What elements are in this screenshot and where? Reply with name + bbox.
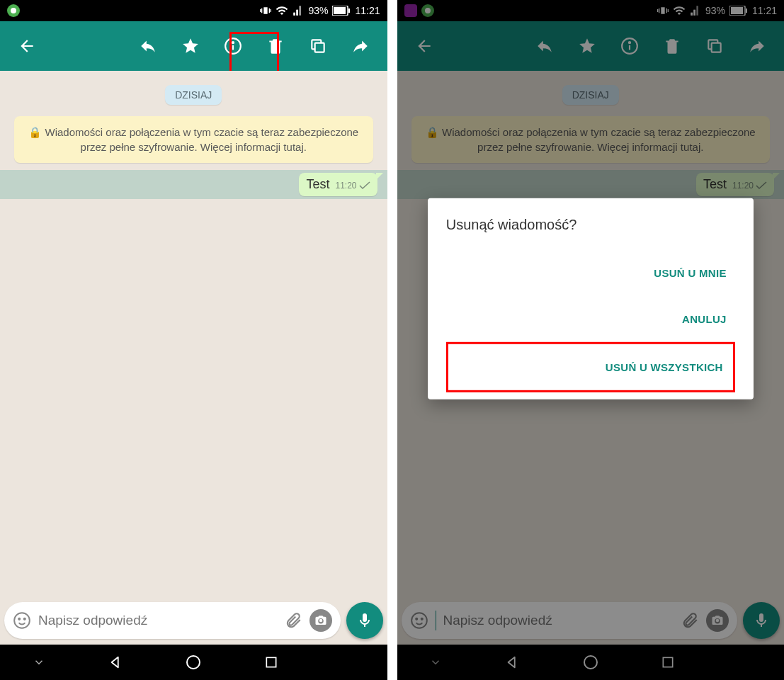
phone-right: 93% 11:21 DZISIAJ 🔒 Wiadomości oraz połą… xyxy=(397,0,785,680)
svg-point-8 xyxy=(14,613,30,628)
svg-rect-7 xyxy=(314,43,324,52)
delete-for-me-button[interactable]: USUŃ U MNIE xyxy=(645,254,734,292)
nav-expand-icon[interactable] xyxy=(29,652,49,672)
svg-rect-3 xyxy=(348,8,350,13)
star-button[interactable] xyxy=(174,29,208,63)
spotify-icon xyxy=(7,4,20,17)
selected-message-row[interactable]: Test 11:20 xyxy=(0,170,387,199)
reply-button[interactable] xyxy=(131,29,165,63)
svg-rect-12 xyxy=(266,657,275,667)
svg-point-9 xyxy=(18,618,20,620)
message-input[interactable] xyxy=(38,613,277,628)
cancel-button[interactable]: ANULUJ xyxy=(674,300,735,338)
encryption-banner[interactable]: 🔒 Wiadomości oraz połączenia w tym czaci… xyxy=(14,116,373,163)
attach-icon[interactable] xyxy=(284,611,302,630)
nav-spacer xyxy=(339,652,358,672)
dialog-title: Usunąć wiadomość? xyxy=(446,217,735,233)
signal-icon xyxy=(292,5,304,16)
action-bar xyxy=(0,21,387,71)
wifi-icon xyxy=(275,4,288,17)
highlight-delete-all: USUŃ U WSZYSTKICH xyxy=(446,342,735,392)
svg-point-0 xyxy=(11,8,16,13)
vibrate-icon xyxy=(260,5,271,16)
date-chip: DZISIAJ xyxy=(165,85,222,105)
message-text: Test xyxy=(306,177,329,192)
chat-body[interactable]: DZISIAJ 🔒 Wiadomości oraz połączenia w t… xyxy=(0,71,387,596)
check-icon xyxy=(359,181,370,190)
emoji-icon[interactable] xyxy=(13,611,31,630)
copy-button[interactable] xyxy=(301,29,335,63)
input-bar xyxy=(0,596,387,645)
message-bubble[interactable]: Test 11:20 xyxy=(299,173,377,196)
voice-button[interactable] xyxy=(346,602,383,639)
battery-text: 93% xyxy=(308,5,328,16)
delete-dialog: Usunąć wiadomość? USUŃ U MNIE ANULUJ USU… xyxy=(428,198,754,400)
svg-rect-2 xyxy=(334,7,346,14)
status-bar: 93% 11:21 xyxy=(0,0,387,21)
forward-button[interactable] xyxy=(343,29,377,63)
clock-text: 11:21 xyxy=(355,5,380,16)
phone-left: 93% 11:21 DZISIAJ 🔒 Wiadomości oraz połą… xyxy=(0,0,387,680)
nav-bar xyxy=(0,645,387,680)
camera-icon[interactable] xyxy=(309,609,332,632)
nav-back-icon[interactable] xyxy=(106,652,126,672)
nav-home-icon[interactable] xyxy=(183,652,203,672)
delete-for-everyone-button[interactable]: USUŃ U WSZYSTKICH xyxy=(597,348,732,386)
svg-point-10 xyxy=(24,618,25,620)
svg-point-11 xyxy=(187,656,200,669)
back-button[interactable] xyxy=(10,29,44,63)
message-input-container[interactable] xyxy=(4,602,341,639)
nav-recent-icon[interactable] xyxy=(261,652,281,672)
message-time: 11:20 xyxy=(335,181,356,191)
battery-icon xyxy=(332,6,351,16)
